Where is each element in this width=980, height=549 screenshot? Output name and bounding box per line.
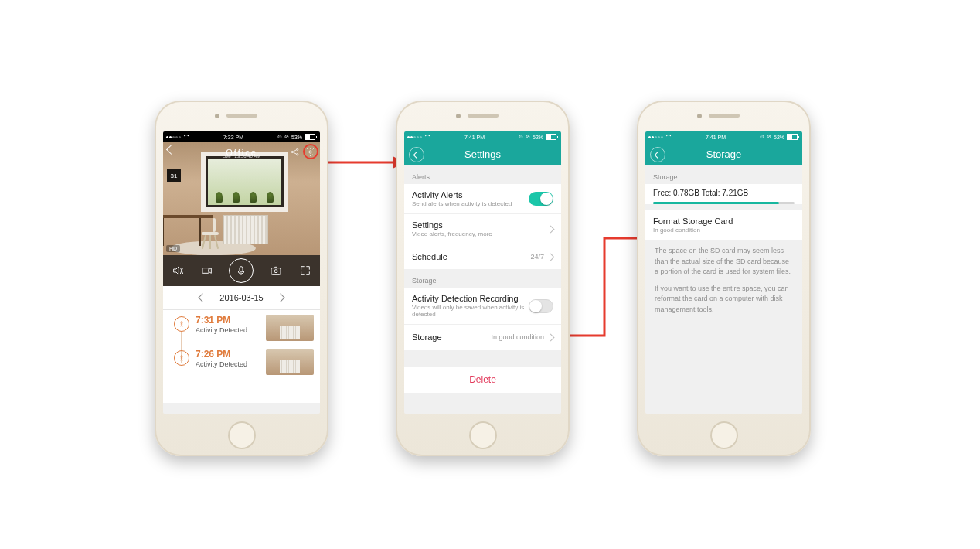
record-icon[interactable]	[200, 264, 214, 278]
svg-point-13	[181, 356, 183, 358]
row-title: Format Storage Card	[653, 217, 795, 226]
row-schedule[interactable]: Schedule 24/7	[404, 244, 561, 269]
share-icon[interactable]	[290, 146, 300, 156]
row-title: Settings	[412, 220, 548, 230]
date-next[interactable]	[276, 293, 284, 302]
fullscreen-icon[interactable]	[298, 264, 312, 278]
live-video[interactable]: 31 HD Office Live | 23:56:40 AM	[163, 142, 320, 255]
mic-button[interactable]	[229, 258, 254, 283]
alarm-icon: ⊙	[277, 134, 282, 140]
svg-point-6	[297, 154, 298, 155]
chevron-right-icon	[547, 253, 555, 261]
row-adr[interactable]: Activity Detection Recording Videos will…	[404, 288, 561, 325]
event-label: Activity Detected	[196, 326, 266, 334]
row-subtitle: Send alerts when activity is detected	[412, 200, 529, 207]
nav-title: Settings	[464, 148, 501, 160]
back-button[interactable]	[168, 146, 175, 153]
event-item[interactable]: 7:31 PM Activity Detected	[163, 310, 320, 344]
wifi-icon	[665, 135, 672, 139]
phone-1-screen: 7:33 PM ⊙ ⊘ 53% 31 HD	[163, 131, 320, 414]
toggle-adr[interactable]	[529, 299, 553, 313]
phone-3-screen: 7:41 PM ⊙ ⊘ 52% Storage Storage Free: 0.…	[645, 131, 802, 414]
navbar: Storage	[645, 142, 802, 165]
status-time: 7:41 PM	[706, 135, 726, 140]
storage-bar-fill	[653, 202, 779, 204]
event-time: 7:26 PM	[196, 349, 266, 360]
row-subtitle: In good condition	[653, 227, 795, 234]
row-title: Activity Detection Recording	[412, 294, 529, 303]
event-label: Activity Detected	[196, 360, 266, 368]
scene-radiator	[223, 215, 268, 244]
delete-button[interactable]: Delete	[404, 367, 561, 393]
svg-point-5	[297, 148, 298, 150]
battery-icon	[787, 134, 799, 140]
lock-icon: ⊘	[284, 134, 289, 140]
event-thumbnail	[266, 349, 314, 375]
schedule-value: 24/7	[530, 253, 544, 261]
section-storage: Storage	[645, 165, 802, 184]
back-button[interactable]	[409, 147, 424, 162]
section-storage: Storage	[404, 269, 561, 288]
svg-rect-10	[271, 268, 281, 275]
live-controls	[163, 255, 320, 286]
battery-pct: 52%	[533, 135, 543, 140]
arrow-gear-to-settings	[319, 155, 404, 170]
toggle-activity-alerts[interactable]	[529, 192, 553, 206]
alarm-icon: ⊙	[519, 134, 523, 140]
nav-title: Storage	[706, 148, 742, 160]
camera-subtitle: Live | 23:56:40 AM	[223, 154, 261, 159]
row-format-card[interactable]: Format Storage Card In good condition	[645, 210, 802, 240]
signal-dots	[407, 136, 422, 138]
back-button[interactable]	[650, 147, 665, 162]
battery-pct: 53%	[291, 135, 302, 140]
date-label[interactable]: 2016-03-15	[219, 293, 263, 302]
hd-badge: HD	[166, 245, 180, 252]
storage-value: In good condition	[491, 333, 544, 341]
row-subtitle: Video alerts, frequency, more	[412, 230, 548, 237]
phone-speaker	[226, 114, 257, 118]
lock-icon: ⊘	[526, 134, 530, 140]
chevron-right-icon	[547, 333, 555, 341]
storage-free-label: Free: 0.78GB Total: 7.21GB	[645, 186, 802, 197]
gear-highlight-annotation	[303, 144, 318, 159]
phone-front-camera	[697, 114, 702, 118]
person-icon	[174, 316, 189, 332]
alarm-icon: ⊙	[760, 134, 764, 140]
row-storage[interactable]: Storage In good condition	[404, 325, 561, 350]
scene-window	[206, 156, 284, 207]
event-time: 7:31 PM	[196, 315, 266, 326]
scene-calendar: 31	[167, 169, 181, 182]
person-icon	[174, 350, 189, 366]
mute-icon[interactable]	[171, 264, 185, 278]
row-title: Activity Alerts	[412, 190, 529, 199]
stage: 7:33 PM ⊙ ⊘ 53% 31 HD	[0, 0, 980, 549]
statusbar: 7:33 PM ⊙ ⊘ 53%	[163, 131, 320, 142]
phone-front-camera	[215, 114, 219, 118]
snapshot-icon[interactable]	[269, 264, 283, 278]
navbar: Settings	[404, 142, 561, 165]
home-button[interactable]	[469, 421, 497, 449]
status-time: 7:41 PM	[464, 135, 485, 140]
event-item[interactable]: 7:26 PM Activity Detected	[163, 344, 320, 378]
status-time: 7:33 PM	[223, 135, 243, 140]
battery-icon	[546, 134, 558, 140]
phone-3: 7:41 PM ⊙ ⊘ 52% Storage Storage Free: 0.…	[637, 101, 811, 456]
phone-speaker	[468, 114, 499, 118]
statusbar: 7:41 PM ⊙ ⊘ 52%	[645, 131, 802, 142]
event-thumbnail	[266, 315, 314, 341]
phone-2: 7:41 PM ⊙ ⊘ 52% Settings Alerts Activity…	[396, 101, 570, 456]
svg-rect-9	[240, 267, 243, 272]
chevron-right-icon	[547, 225, 555, 233]
statusbar: 7:41 PM ⊙ ⊘ 52%	[404, 131, 561, 142]
row-settings[interactable]: Settings Video alerts, frequency, more	[404, 214, 561, 244]
battery-icon	[305, 134, 317, 140]
phone-1: 7:33 PM ⊙ ⊘ 53% 31 HD	[155, 101, 328, 456]
home-button[interactable]	[228, 421, 256, 449]
phone-speaker	[709, 114, 740, 118]
home-button[interactable]	[710, 421, 738, 449]
date-prev[interactable]	[199, 293, 207, 302]
row-activity-alerts[interactable]: Activity Alerts Send alerts when activit…	[404, 184, 561, 214]
row-title: Schedule	[412, 252, 530, 261]
section-alerts: Alerts	[404, 165, 561, 184]
wifi-icon	[183, 135, 189, 139]
